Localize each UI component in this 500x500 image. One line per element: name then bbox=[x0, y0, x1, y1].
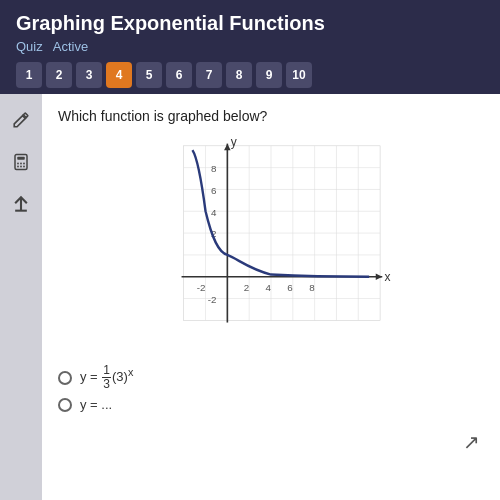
nav-btn-10[interactable]: 10 bbox=[286, 62, 312, 88]
nav-btn-6[interactable]: 6 bbox=[166, 62, 192, 88]
nav-btn-7[interactable]: 7 bbox=[196, 62, 222, 88]
svg-text:x: x bbox=[384, 270, 390, 284]
answer-option-a[interactable]: y = 13(3)x bbox=[58, 364, 484, 391]
active-badge: Active bbox=[53, 39, 88, 54]
svg-rect-1 bbox=[17, 157, 25, 160]
quiz-status-row: Quiz Active bbox=[16, 39, 484, 54]
arrow-up-icon[interactable] bbox=[7, 190, 35, 218]
answer-option-b[interactable]: y = ... bbox=[58, 397, 484, 412]
quiz-label: Quiz bbox=[16, 39, 43, 54]
nav-btn-2[interactable]: 2 bbox=[46, 62, 72, 88]
svg-text:-2: -2 bbox=[197, 282, 206, 293]
svg-text:2: 2 bbox=[244, 282, 249, 293]
pencil-icon[interactable] bbox=[7, 106, 35, 134]
svg-point-4 bbox=[23, 163, 25, 165]
svg-text:y: y bbox=[231, 135, 237, 149]
svg-text:4: 4 bbox=[266, 282, 272, 293]
svg-point-6 bbox=[20, 166, 22, 168]
graph-svg: x y 2 4 6 8 -2 2 4 6 8 -2 bbox=[151, 134, 391, 354]
nav-btn-3[interactable]: 3 bbox=[76, 62, 102, 88]
nav-btn-1[interactable]: 1 bbox=[16, 62, 42, 88]
graph-container: x y 2 4 6 8 -2 2 4 6 8 -2 bbox=[151, 134, 391, 354]
top-bar: Graphing Exponential Functions Quiz Acti… bbox=[0, 0, 500, 94]
nav-btn-4[interactable]: 4 bbox=[106, 62, 132, 88]
main-content: Which function is graphed below? bbox=[0, 94, 500, 500]
question-text: Which function is graphed below? bbox=[58, 108, 484, 124]
calculator-icon[interactable] bbox=[7, 148, 35, 176]
svg-point-2 bbox=[17, 163, 19, 165]
radio-b[interactable] bbox=[58, 398, 72, 412]
page-title: Graphing Exponential Functions bbox=[16, 12, 484, 35]
left-sidebar bbox=[0, 94, 42, 500]
nav-btn-5[interactable]: 5 bbox=[136, 62, 162, 88]
svg-point-5 bbox=[17, 166, 19, 168]
svg-text:8: 8 bbox=[309, 282, 315, 293]
svg-text:-2: -2 bbox=[208, 294, 217, 305]
svg-text:4: 4 bbox=[211, 207, 217, 218]
svg-text:6: 6 bbox=[211, 185, 217, 196]
radio-a[interactable] bbox=[58, 371, 72, 385]
cursor-icon: ↗ bbox=[463, 430, 480, 454]
svg-text:6: 6 bbox=[287, 282, 293, 293]
nav-btn-9[interactable]: 9 bbox=[256, 62, 282, 88]
nav-btn-8[interactable]: 8 bbox=[226, 62, 252, 88]
question-nav: 1 2 3 4 5 6 7 8 9 10 bbox=[16, 62, 484, 88]
content-area: Which function is graphed below? bbox=[42, 94, 500, 500]
svg-text:8: 8 bbox=[211, 163, 217, 174]
svg-point-7 bbox=[23, 166, 25, 168]
svg-point-3 bbox=[20, 163, 22, 165]
answer-a-text: y = 13(3)x bbox=[80, 364, 133, 391]
answer-b-text: y = ... bbox=[80, 397, 112, 412]
